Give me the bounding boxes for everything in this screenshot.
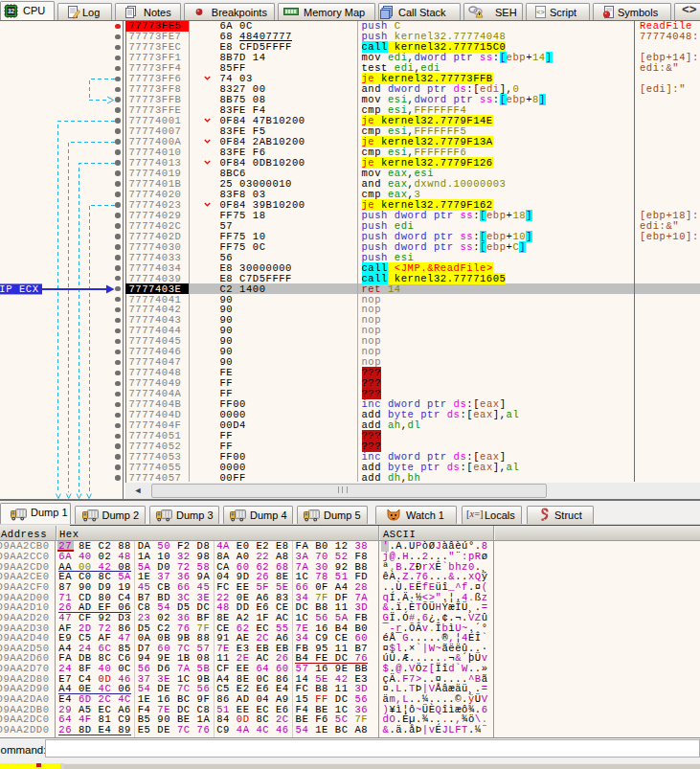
svg-text:EIP ECX: EIP ECX (0, 283, 39, 295)
svg-text:32: 32 (8, 8, 15, 14)
svg-text:<>: <> (536, 9, 544, 16)
